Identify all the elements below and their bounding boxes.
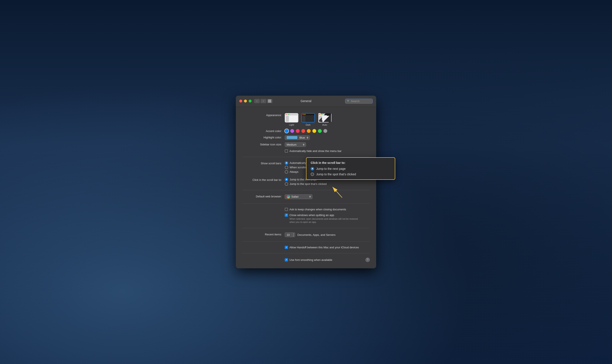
auto-hide-checkbox-item[interactable]: Automatically hide and show the menu bar — [285, 149, 342, 153]
accent-color-row: Accent color: — [236, 128, 376, 134]
default-browser-dropdown[interactable]: Safari — [285, 195, 312, 199]
highlight-color-label: Highlight color: — [242, 135, 285, 139]
scroll-auto-radio[interactable] — [285, 161, 288, 165]
appearance-options: Light — [285, 113, 370, 126]
divider-4 — [242, 228, 370, 228]
help-button[interactable]: ? — [365, 258, 370, 262]
handoff-row: Allow Handoff between this Mac and your … — [236, 245, 376, 250]
close-windows-checkbox[interactable] — [285, 213, 288, 217]
accent-colors — [285, 129, 370, 133]
safari-icon — [287, 195, 290, 198]
auto-hide-label: Automatically hide and show the menu bar — [290, 149, 342, 153]
sidebar-icon-size-dropdown[interactable]: Medium — [285, 143, 306, 147]
tooltip-option-2-label: Jump to the spot that’s clicked — [316, 172, 356, 176]
accent-blue[interactable] — [285, 129, 289, 133]
accent-purple[interactable] — [290, 129, 294, 133]
search-box[interactable]: 🔍 Search — [345, 99, 373, 104]
divider-2 — [242, 190, 370, 190]
stepper-up[interactable]: ▲ — [292, 233, 295, 235]
appearance-label: Appearance: — [242, 113, 285, 117]
traffic-lights — [239, 100, 251, 103]
sidebar-icon-size-row: Sidebar icon size: Medium — [236, 141, 376, 148]
click-spot-option[interactable]: Jump to the spot that’s clicked — [285, 182, 327, 186]
grid-icon — [268, 100, 271, 103]
recent-items-suffix: Documents, Apps, and Servers — [297, 233, 335, 236]
sidebar-dropdown-arrow-icon — [303, 143, 305, 146]
auto-hide-label-empty — [242, 149, 285, 150]
appearance-row: Appearance: — [236, 111, 376, 128]
close-windows-label: Close windows when quitting an app — [290, 213, 334, 217]
appearance-thumb-light — [285, 113, 298, 122]
browser-dropdown-arrow-icon — [309, 196, 311, 198]
maximize-button[interactable] — [249, 100, 251, 103]
handoff-checkbox-item[interactable]: Allow Handoff between this Mac and your … — [285, 246, 359, 249]
tooltip-option-2: Jump to the spot that’s clicked — [311, 172, 390, 176]
handoff-checkbox[interactable] — [285, 246, 288, 249]
tooltip-option-1: Jump to the next page — [311, 167, 390, 170]
font-smoothing-checkbox[interactable] — [285, 258, 288, 261]
scroll-when-scrolling-radio[interactable] — [285, 166, 288, 169]
font-smoothing-empty-label — [242, 258, 285, 258]
accent-color-label: Accent color: — [242, 129, 285, 133]
recent-items-label: Recent items: — [242, 233, 285, 236]
font-smoothing-row: Use font smoothing when available ? — [236, 256, 376, 263]
scroll-when-scrolling-label: When scrolling — [290, 166, 308, 169]
accent-green[interactable] — [318, 129, 322, 133]
sidebar-icon-size-value: Medium — [287, 143, 296, 146]
default-browser-label: Default web browser: — [242, 195, 285, 198]
divider-5 — [242, 241, 370, 242]
accent-orange[interactable] — [307, 129, 311, 133]
highlight-color-value: Blue — [299, 136, 305, 139]
close-windows-helper: When selected, open documents and window… — [290, 217, 364, 224]
default-browser-value: Safari — [291, 195, 299, 198]
minimize-button[interactable] — [244, 100, 247, 103]
appearance-label-auto: Auto — [322, 124, 327, 126]
show-scroll-bars-label: Show scroll bars: — [242, 161, 285, 165]
close-windows-row: Close windows when quitting an app When … — [236, 212, 376, 225]
forward-button[interactable]: › — [261, 99, 266, 103]
scroll-always-radio[interactable] — [285, 170, 288, 174]
stepper-down[interactable]: ▼ — [292, 235, 295, 237]
default-browser-row: Default web browser: Safari — [236, 193, 376, 200]
click-spot-label: Jump to the spot that’s clicked — [290, 182, 327, 185]
click-spot-radio[interactable] — [285, 182, 288, 186]
window-title: General — [301, 99, 311, 103]
close-docs-checkbox[interactable] — [285, 208, 288, 211]
tooltip-popup: Click in the scroll bar to: Jump to the … — [306, 157, 395, 180]
recent-items-stepper[interactable]: 10 ▲ ▼ — [285, 233, 295, 237]
search-icon: 🔍 — [347, 100, 350, 103]
highlight-color-dropdown[interactable]: Blue — [285, 135, 310, 140]
appearance-option-auto[interactable]: Auto — [318, 113, 332, 126]
titlebar: ‹ › General 🔍 Search — [236, 96, 376, 107]
grid-button[interactable] — [267, 99, 272, 103]
accent-yellow[interactable] — [312, 129, 316, 133]
close-docs-label: Ask to keep changes when closing documen… — [290, 208, 346, 211]
appearance-option-light[interactable]: Light — [285, 113, 298, 126]
tooltip-radio-selected — [311, 167, 314, 170]
sidebar-icon-size-label: Sidebar icon size: — [242, 143, 285, 146]
close-docs-row: Ask to keep changes when closing documen… — [236, 207, 376, 212]
divider-1 — [242, 157, 370, 157]
accent-red[interactable] — [301, 129, 305, 133]
click-next-page-radio[interactable] — [285, 178, 288, 181]
search-placeholder: Search — [351, 100, 360, 103]
highlight-color-row: Highlight color: Blue — [236, 134, 376, 141]
close-windows-empty-label — [242, 213, 285, 214]
handoff-empty-label — [242, 246, 285, 246]
back-button[interactable]: ‹ — [254, 99, 260, 103]
accent-pink[interactable] — [296, 129, 300, 133]
appearance-label-dark: Dark — [306, 124, 310, 126]
auto-hide-checkbox[interactable] — [285, 149, 288, 153]
tooltip-title: Click in the scroll bar to: — [311, 161, 390, 165]
close-docs-empty-label — [242, 208, 285, 208]
close-button[interactable] — [239, 100, 242, 103]
close-docs-checkbox-item[interactable]: Ask to keep changes when closing documen… — [285, 208, 346, 211]
close-windows-checkbox-item[interactable]: Close windows when quitting an app — [285, 213, 334, 217]
stepper-arrows: ▲ ▼ — [292, 233, 295, 237]
divider-3 — [242, 203, 370, 204]
appearance-option-dark[interactable]: Dark — [301, 113, 315, 126]
nav-buttons: ‹ › — [254, 99, 266, 103]
appearance-label-light: Light — [289, 124, 294, 126]
font-smoothing-checkbox-item[interactable]: Use font smoothing when available — [285, 258, 332, 261]
accent-gray[interactable] — [323, 129, 327, 133]
